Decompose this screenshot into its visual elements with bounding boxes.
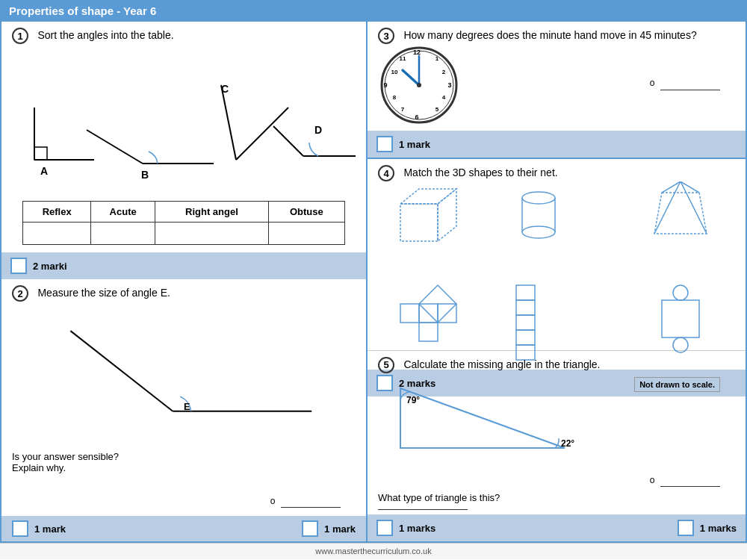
svg-rect-2 — [34, 147, 47, 160]
q1-mark-bar: 2 marki — [1, 252, 366, 279]
angle-e-diagram: E — [12, 302, 356, 448]
footer-url: www.masterthecurriculum.co.uk — [315, 547, 431, 556]
cell-acute[interactable] — [91, 223, 155, 245]
q2-mark-label-2: 1 mark — [324, 523, 356, 535]
svg-text:D: D — [314, 124, 322, 136]
svg-point-37 — [522, 226, 555, 238]
q5-mark-bar: 1 marks 1 marks — [368, 514, 746, 541]
q2-answer-area: o — [12, 496, 356, 510]
triangle-diagram: 79° 22° — [378, 373, 617, 455]
svg-text:2: 2 — [442, 69, 446, 75]
angles-diagram: A B C D — [12, 44, 356, 193]
q3-mark-box[interactable] — [376, 136, 393, 152]
cell-reflex[interactable] — [23, 223, 91, 245]
svg-text:22°: 22° — [561, 438, 574, 449]
svg-rect-51 — [516, 300, 535, 315]
svg-text:5: 5 — [436, 106, 439, 113]
col-right: Right angel — [155, 202, 269, 223]
shapes-3d-row — [378, 181, 729, 279]
col-acute: Acute — [91, 202, 155, 223]
cell-obtuse[interactable] — [268, 223, 344, 245]
svg-text:3: 3 — [447, 81, 451, 89]
svg-text:79°: 79° — [406, 395, 420, 405]
svg-rect-52 — [516, 315, 535, 330]
svg-text:7: 7 — [401, 106, 405, 113]
clock-diagram: 12 3 6 9 1 2 4 5 7 8 10 11 — [378, 44, 460, 126]
svg-text:A: A — [40, 165, 48, 177]
svg-text:11: 11 — [400, 55, 406, 62]
page-title: Properties of shape - Year 6 — [9, 4, 156, 17]
q3-mark-label: 1 mark — [399, 139, 430, 150]
q1-mark-box[interactable] — [10, 258, 27, 274]
question-5-section: 5 Calculate the missing angle in the tri… — [368, 351, 746, 542]
not-to-scale-label: Not drawn to scale. — [634, 377, 720, 392]
q2-mark-box-1[interactable] — [12, 520, 28, 537]
svg-marker-40 — [654, 193, 707, 234]
footer: www.masterthecurriculum.co.uk — [0, 543, 747, 559]
svg-rect-49 — [419, 323, 438, 341]
q5-subtext: What type of triangle is this? — [378, 492, 735, 503]
q1-text: Sort the angles into the table. — [37, 29, 173, 41]
svg-marker-35 — [438, 189, 456, 241]
svg-text:8: 8 — [393, 94, 397, 101]
q3-number: 3 — [378, 28, 394, 44]
svg-point-36 — [522, 192, 555, 204]
question-4-section: 4 Match the 3D shapes to their net. — [368, 159, 746, 351]
q2-mark-label-1: 1 mark — [34, 523, 66, 535]
svg-point-32 — [417, 83, 421, 87]
svg-text:12: 12 — [413, 49, 421, 56]
angles-sort-table: Reflex Acute Right angel Obtuse — [22, 201, 345, 245]
question-3-section: 3 How many degrees does the minute hand … — [368, 22, 746, 159]
q5-text: Calculate the missing angle in the trian… — [403, 358, 600, 370]
svg-text:E: E — [184, 401, 190, 412]
question-1-section: 1 Sort the angles into the table. A B C — [1, 22, 366, 252]
q5-number: 5 — [378, 357, 394, 373]
svg-line-4 — [87, 130, 143, 164]
svg-text:B: B — [141, 169, 149, 181]
svg-text:C: C — [221, 83, 229, 95]
q1-mark-label: 2 marki — [33, 261, 67, 272]
q4-text: Match the 3D shapes to their net. — [403, 167, 557, 178]
svg-line-13 — [70, 331, 173, 411]
svg-marker-33 — [400, 204, 438, 241]
svg-line-10 — [273, 126, 303, 156]
q1-number: 1 — [12, 28, 28, 44]
cell-right[interactable] — [155, 223, 269, 245]
q5-mark-label-1: 1 marks — [399, 523, 436, 534]
q2-mark-bar: 1 mark 1 mark — [1, 516, 366, 541]
svg-marker-58 — [400, 388, 565, 448]
q3-answer-area: o — [460, 78, 735, 92]
q3-text: How many degrees does the minute hand mo… — [403, 29, 696, 41]
svg-rect-53 — [516, 330, 535, 345]
svg-text:10: 10 — [391, 69, 398, 75]
svg-text:1: 1 — [436, 55, 439, 62]
q2-mark-box-2[interactable] — [302, 520, 318, 537]
q2-text: Measure the size of angle E. — [37, 287, 170, 299]
q5-mark-box-1[interactable] — [376, 520, 393, 536]
col-obtuse: Obtuse — [268, 202, 344, 223]
q2-subtext: Is your answer sensible?Explain why. — [12, 451, 356, 473]
svg-rect-55 — [662, 300, 699, 337]
svg-point-56 — [673, 285, 688, 300]
title-bar: Properties of shape - Year 6 — [0, 0, 747, 22]
question-2-section: 2 Measure the size of angle E. E Is your… — [1, 279, 366, 516]
q5-answer-area: o — [650, 475, 720, 489]
q5-mark-label-2: 1 marks — [700, 523, 737, 534]
svg-rect-50 — [516, 285, 535, 300]
q4-number: 4 — [378, 165, 394, 181]
col-reflex: Reflex — [23, 202, 91, 223]
svg-marker-34 — [400, 189, 456, 204]
svg-text:9: 9 — [383, 81, 387, 89]
q3-mark-bar: 1 mark — [368, 131, 746, 158]
svg-line-7 — [221, 85, 236, 160]
q5-mark-box-2[interactable] — [678, 520, 694, 536]
q2-number: 2 — [12, 285, 28, 302]
svg-text:4: 4 — [442, 94, 446, 101]
svg-rect-46 — [400, 304, 419, 323]
svg-text:6: 6 — [415, 113, 418, 121]
